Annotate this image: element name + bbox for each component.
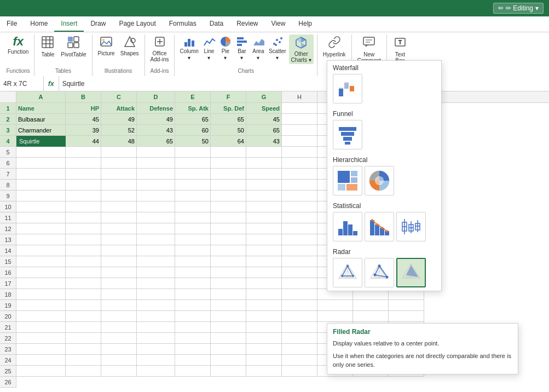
- bar-chart-button[interactable]: Bar ▾: [234, 34, 250, 62]
- row-num-21[interactable]: 21: [0, 322, 16, 333]
- col-header-b[interactable]: B: [66, 91, 101, 102]
- row-num-8[interactable]: 8: [0, 180, 16, 191]
- tab-review[interactable]: Review: [230, 16, 264, 32]
- cell-h4[interactable]: [282, 136, 317, 147]
- cell-c1[interactable]: Attack: [101, 103, 137, 114]
- tab-data[interactable]: Data: [203, 16, 230, 32]
- row-num-9[interactable]: 9: [0, 191, 16, 201]
- cell-f4[interactable]: 64: [211, 136, 246, 147]
- boxwhisker-chart-button[interactable]: [396, 212, 426, 241]
- row-num-12[interactable]: 12: [0, 223, 16, 234]
- pareto-chart-button[interactable]: [365, 212, 394, 241]
- cell-d4[interactable]: 65: [137, 136, 175, 147]
- cell-e3[interactable]: 60: [175, 125, 211, 136]
- cell-e2[interactable]: 65: [175, 114, 211, 125]
- cell-e4[interactable]: 50: [175, 136, 211, 147]
- shapes-button[interactable]: Shapes: [118, 34, 141, 57]
- scatter-chart-button[interactable]: Scatter ▾: [267, 34, 288, 62]
- row-num-10[interactable]: 10: [0, 201, 16, 212]
- function-button[interactable]: fx Function: [5, 34, 31, 56]
- row-num-24[interactable]: 24: [0, 355, 16, 366]
- line-chart-button[interactable]: Line ▾: [201, 34, 217, 62]
- tab-pagelayout[interactable]: Page Layout: [112, 16, 162, 32]
- tab-formulas[interactable]: Formulas: [163, 16, 203, 32]
- tab-home[interactable]: Home: [24, 16, 54, 32]
- cell-d3[interactable]: 43: [137, 125, 175, 136]
- name-box[interactable]: 4R x 7C: [0, 76, 44, 91]
- row-num-1[interactable]: 1: [0, 103, 16, 114]
- cell-g2[interactable]: 45: [246, 114, 282, 125]
- row-num-5[interactable]: 5: [0, 147, 16, 158]
- cell-d1[interactable]: Defense: [137, 103, 175, 114]
- column-chart-button[interactable]: Column ▾: [178, 34, 200, 62]
- cell-a5[interactable]: [16, 147, 66, 158]
- col-header-c[interactable]: C: [101, 91, 137, 102]
- waterfall-chart-button[interactable]: [333, 74, 362, 103]
- filled-radar-chart-button[interactable]: [396, 258, 426, 287]
- cell-g1[interactable]: Speed: [246, 103, 282, 114]
- row-num-6[interactable]: 6: [0, 158, 16, 169]
- row-num-17[interactable]: 17: [0, 278, 16, 289]
- col-header-g[interactable]: G: [246, 91, 282, 102]
- picture-button[interactable]: Picture: [96, 34, 117, 57]
- row-num-22[interactable]: 22: [0, 333, 16, 344]
- cell-c3[interactable]: 52: [101, 125, 137, 136]
- row-num-11[interactable]: 11: [0, 212, 16, 223]
- funnel-chart-button[interactable]: [333, 120, 362, 149]
- cell-d2[interactable]: 49: [137, 114, 175, 125]
- cell-e1[interactable]: Sp. Atk: [175, 103, 211, 114]
- cell-a1[interactable]: Name: [16, 103, 66, 114]
- cell-a3[interactable]: Charmander: [16, 125, 66, 136]
- row-num-20[interactable]: 20: [0, 311, 16, 322]
- row-num-18[interactable]: 18: [0, 289, 16, 300]
- row-num-23[interactable]: 23: [0, 344, 16, 355]
- row-num-19[interactable]: 19: [0, 300, 16, 311]
- pivottable-button[interactable]: PivotTable: [59, 34, 88, 59]
- row-num-15[interactable]: 15: [0, 256, 16, 267]
- cell-h2[interactable]: [282, 114, 317, 125]
- row-num-2[interactable]: 2: [0, 114, 16, 125]
- cell-f1[interactable]: Sp. Def: [211, 103, 246, 114]
- office-addins-button[interactable]: Office Add-ins: [148, 34, 171, 64]
- tab-draw[interactable]: Draw: [84, 16, 112, 32]
- col-header-a[interactable]: A: [16, 91, 66, 102]
- col-header-h[interactable]: H: [282, 91, 317, 102]
- tab-view[interactable]: View: [265, 16, 292, 32]
- cell-h1[interactable]: [282, 103, 317, 114]
- formula-input[interactable]: Squirtle: [59, 80, 549, 88]
- cell-a4[interactable]: Squirtle: [16, 136, 66, 147]
- radar-markers-chart-button[interactable]: [365, 258, 394, 287]
- other-charts-button[interactable]: OtherCharts ▾: [289, 34, 314, 64]
- sunburst-chart-button[interactable]: [365, 166, 394, 195]
- editing-button[interactable]: ✏ ✏ Editing ▾: [493, 3, 544, 14]
- row-num-13[interactable]: 13: [0, 234, 16, 245]
- cell-b4[interactable]: 44: [66, 136, 101, 147]
- col-header-f[interactable]: F: [211, 91, 246, 102]
- cell-b3[interactable]: 39: [66, 125, 101, 136]
- histogram-chart-button[interactable]: [333, 212, 362, 241]
- col-header-e[interactable]: E: [175, 91, 211, 102]
- cell-g3[interactable]: 65: [246, 125, 282, 136]
- row-num-26[interactable]: 26: [0, 377, 16, 388]
- tab-insert[interactable]: Insert: [54, 16, 84, 32]
- tab-help[interactable]: Help: [292, 16, 319, 32]
- cell-h3[interactable]: [282, 125, 317, 136]
- pie-chart-button[interactable]: Pie ▾: [218, 34, 233, 62]
- cell-a2[interactable]: Bulbasaur: [16, 114, 66, 125]
- row-num-14[interactable]: 14: [0, 245, 16, 256]
- row-num-16[interactable]: 16: [0, 267, 16, 278]
- table-button[interactable]: Table: [38, 34, 57, 59]
- row-num-25[interactable]: 25: [0, 366, 16, 377]
- cell-g4[interactable]: 43: [246, 136, 282, 147]
- cell-f2[interactable]: 65: [211, 114, 246, 125]
- col-header-d[interactable]: D: [137, 91, 175, 102]
- cell-b2[interactable]: 45: [66, 114, 101, 125]
- row-num-3[interactable]: 3: [0, 125, 16, 136]
- cell-b1[interactable]: HP: [66, 103, 101, 114]
- area-chart-button[interactable]: Area ▾: [251, 34, 266, 62]
- cell-f3[interactable]: 50: [211, 125, 246, 136]
- row-num-4[interactable]: 4: [0, 136, 16, 147]
- tab-file[interactable]: File: [0, 16, 24, 32]
- treemap-chart-button[interactable]: [333, 166, 362, 195]
- cell-c4[interactable]: 48: [101, 136, 137, 147]
